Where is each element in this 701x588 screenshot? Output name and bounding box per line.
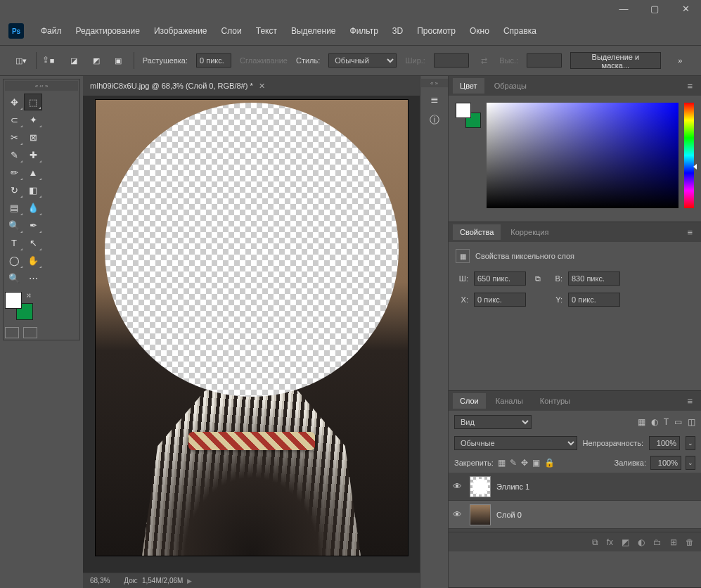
lasso-tool[interactable]: ⊂	[5, 111, 23, 128]
zoom-value[interactable]: 68,3%	[90, 577, 110, 584]
opacity-input[interactable]	[649, 436, 680, 450]
new-group-icon[interactable]: 🗀	[653, 537, 662, 547]
menu-file[interactable]: Файл	[35, 23, 67, 39]
tab-color[interactable]: Цвет	[453, 78, 484, 94]
prop-w-input[interactable]	[474, 271, 526, 286]
brush-tool[interactable]: ✏	[5, 164, 23, 181]
layer-thumbnail[interactable]	[470, 504, 491, 525]
layer-name[interactable]: Эллипс 1	[496, 482, 529, 491]
frame-tool[interactable]: ⊠	[24, 129, 42, 146]
clone-stamp-tool[interactable]: ▲	[24, 164, 42, 181]
properties-panel-menu-icon[interactable]: ≡	[683, 227, 697, 238]
tab-channels[interactable]: Каналы	[489, 393, 530, 409]
swap-colors-icon[interactable]: ⤭	[26, 292, 32, 299]
layer-fx-icon[interactable]: fx	[607, 537, 613, 547]
layer-row[interactable]: 👁 Эллипс 1	[449, 473, 701, 501]
new-layer-icon[interactable]: ⊞	[670, 537, 677, 547]
selection-intersect-icon[interactable]: ▣	[111, 54, 124, 67]
quick-mask-toggle[interactable]	[5, 327, 19, 338]
gradient-tool[interactable]: ▤	[5, 199, 23, 216]
default-colors-icon[interactable]	[6, 312, 13, 319]
window-minimize[interactable]: —	[608, 1, 639, 15]
rectangular-marquee-tool[interactable]: ⬚	[24, 94, 42, 110]
menu-window[interactable]: Окно	[464, 23, 495, 39]
eraser-tool[interactable]: ◧	[24, 181, 42, 198]
delete-layer-icon[interactable]: 🗑	[686, 537, 694, 547]
menu-view[interactable]: Просмотр	[411, 23, 461, 39]
crop-tool[interactable]: ✂	[5, 129, 23, 146]
fill-dropdown-icon[interactable]: ⌄	[686, 456, 695, 470]
blend-mode-select[interactable]: Обычные	[454, 436, 577, 450]
history-brush-tool[interactable]: ↻	[5, 181, 23, 198]
blur-tool[interactable]: 💧	[24, 199, 42, 216]
layer-visibility-icon[interactable]: 👁	[453, 509, 464, 520]
lock-transparency-icon[interactable]: ▦	[498, 458, 506, 468]
canvas-viewport[interactable]	[83, 96, 420, 573]
menu-type[interactable]: Текст	[250, 23, 283, 39]
menu-help[interactable]: Справка	[498, 23, 542, 39]
hue-slider[interactable]	[684, 103, 694, 208]
canvas[interactable]	[96, 100, 408, 556]
tab-paths[interactable]: Контуры	[533, 393, 577, 409]
lock-artboard-icon[interactable]: ▣	[532, 458, 540, 468]
lock-pixels-icon[interactable]: ✎	[510, 458, 517, 468]
menu-image[interactable]: Изображение	[148, 23, 213, 39]
zoom-tool[interactable]: 🔍	[5, 269, 23, 286]
tab-swatches[interactable]: Образцы	[487, 78, 534, 94]
color-field[interactable]	[487, 103, 679, 208]
link-layers-icon[interactable]: ⧉	[592, 537, 598, 547]
document-tab[interactable]: mIh09iC8x6U.jpg @ 68,3% (Слой 0, RGB/8#)…	[90, 82, 265, 91]
share-cloud-icon[interactable]: ⇪	[42, 55, 49, 65]
type-tool[interactable]: T	[5, 234, 23, 251]
link-wh-icon[interactable]: ⧉	[532, 274, 544, 283]
foreground-swatch[interactable]	[5, 292, 22, 309]
layer-visibility-icon[interactable]: 👁	[453, 481, 464, 492]
filter-type-icon[interactable]: T	[664, 417, 669, 427]
opacity-dropdown-icon[interactable]: ⌄	[686, 436, 695, 450]
fill-input[interactable]	[650, 456, 681, 470]
eyedropper-tool[interactable]: ✎	[5, 146, 23, 163]
app-logo[interactable]: Ps	[8, 23, 24, 39]
statusbar-menu-icon[interactable]: ▶	[187, 577, 192, 584]
selection-add-icon[interactable]: ◪	[67, 54, 81, 67]
prop-y-input[interactable]	[568, 293, 620, 307]
filter-pixel-icon[interactable]: ▦	[638, 417, 645, 427]
menu-select[interactable]: Выделение	[285, 23, 342, 39]
window-maximize[interactable]: ▢	[639, 1, 670, 15]
layers-panel-menu-icon[interactable]: ≡	[683, 396, 697, 407]
feather-input[interactable]	[196, 53, 231, 68]
selection-subtract-icon[interactable]: ◩	[89, 54, 103, 67]
color-panel-menu-icon[interactable]: ≡	[683, 81, 697, 91]
lock-all-icon[interactable]: 🔒	[544, 458, 555, 468]
menu-3d[interactable]: 3D	[387, 23, 409, 39]
marquee-tool-indicator-icon[interactable]: ◫▾	[14, 54, 27, 67]
layer-row[interactable]: 👁 Слой 0	[449, 501, 701, 529]
window-close[interactable]: ✕	[670, 1, 701, 15]
filter-adjust-icon[interactable]: ◐	[651, 417, 658, 427]
filter-smart-icon[interactable]: ◫	[688, 417, 695, 427]
style-select[interactable]: Обычный	[328, 53, 397, 68]
layer-name[interactable]: Слой 0	[496, 511, 522, 519]
tab-properties[interactable]: Свойства	[453, 224, 501, 240]
dodge-tool[interactable]: 🔍	[5, 217, 23, 234]
path-selection-tool[interactable]: ↖	[24, 234, 42, 251]
options-overflow-icon[interactable]: »	[674, 54, 687, 67]
move-tool[interactable]: ✥	[5, 94, 23, 110]
filter-shape-icon[interactable]: ▭	[674, 417, 682, 427]
tab-adjustments[interactable]: Коррекция	[503, 224, 555, 240]
layer-filter-kind-select[interactable]: Вид	[454, 415, 532, 429]
history-panel-icon[interactable]: ≣	[425, 90, 444, 108]
menu-filter[interactable]: Фильтр	[345, 23, 384, 39]
quick-selection-tool[interactable]: ✦	[24, 111, 42, 128]
prop-x-input[interactable]	[474, 293, 526, 307]
toolbox-collapse-toggle[interactable]: « ‹‹ »	[5, 81, 78, 91]
lock-position-icon[interactable]: ✥	[521, 458, 528, 468]
panel-foreground-swatch[interactable]	[456, 103, 471, 118]
screen-mode-toggle[interactable]	[23, 327, 37, 338]
edit-toolbar[interactable]: ⋯	[24, 269, 42, 286]
prop-h-input[interactable]	[568, 271, 620, 286]
dock-expand-toggle[interactable]: « »	[421, 79, 448, 87]
layer-thumbnail[interactable]	[470, 476, 491, 497]
new-fill-adjust-icon[interactable]: ◐	[638, 537, 645, 547]
pen-tool[interactable]: ✒	[24, 217, 42, 234]
